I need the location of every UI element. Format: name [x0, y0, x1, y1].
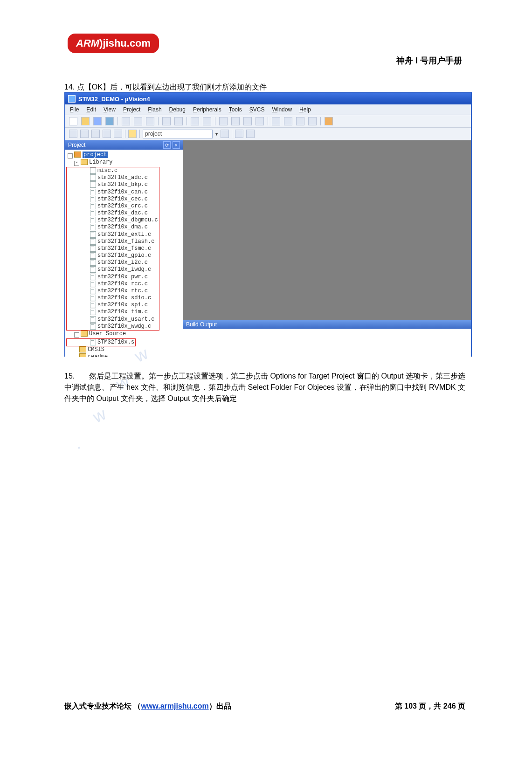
- folder-library[interactable]: Library: [89, 159, 112, 165]
- tree-file[interactable]: stm32f10x_dma.c: [97, 224, 148, 231]
- download-icon[interactable]: [128, 130, 137, 138]
- undo-icon[interactable]: [162, 117, 171, 125]
- tree-file[interactable]: STM32F10x.s: [97, 339, 134, 345]
- tree-file[interactable]: stm32f10x_tim.c: [97, 309, 148, 316]
- nav-back-icon[interactable]: [191, 117, 199, 125]
- window-title: STM32_DEMO - μVision4: [78, 96, 150, 103]
- tree-file[interactable]: stm32f10x_fsmc.c: [97, 245, 151, 252]
- tree-file[interactable]: stm32f10x_pwr.c: [97, 274, 148, 280]
- find-icon[interactable]: [325, 117, 333, 125]
- tree-file[interactable]: stm32f10x_dac.c: [97, 210, 148, 216]
- manage-icon[interactable]: [235, 130, 243, 138]
- outdent-icon[interactable]: [284, 117, 292, 125]
- comment-icon[interactable]: [296, 117, 304, 125]
- project-panel-header[interactable]: Project ⟳ ×: [65, 140, 183, 150]
- tree-root[interactable]: project: [83, 152, 108, 158]
- menu-svcs[interactable]: SVCS: [249, 106, 265, 113]
- tree-file[interactable]: stm32f10x_rcc.c: [97, 281, 148, 287]
- project-panel: Project ⟳ × -project -Library misc.c stm…: [65, 140, 183, 357]
- options-icon[interactable]: [221, 130, 229, 138]
- tree-file[interactable]: stm32f10x_adc.c: [97, 174, 148, 181]
- c-file-icon: [90, 224, 96, 230]
- menu-flash[interactable]: Flash: [148, 106, 161, 113]
- panel-close-icon[interactable]: ×: [173, 141, 180, 149]
- expander-icon[interactable]: -: [74, 161, 79, 166]
- tree-file[interactable]: stm32f10x_wwdg.c: [97, 323, 151, 330]
- site-logo: ARM)jishu.com: [68, 34, 159, 53]
- expander-icon[interactable]: -: [74, 332, 79, 338]
- save-all-icon[interactable]: [105, 117, 114, 125]
- project-tree[interactable]: -project -Library misc.c stm32f10x_adc.c…: [65, 150, 183, 357]
- expander-icon[interactable]: -: [68, 153, 73, 158]
- nav-fwd-icon[interactable]: [203, 117, 211, 125]
- save-icon[interactable]: [93, 117, 102, 125]
- batch-build-icon[interactable]: [103, 130, 111, 138]
- uncomment-icon[interactable]: [308, 117, 317, 125]
- tree-file[interactable]: stm32f10x_spi.c: [97, 302, 148, 308]
- paste-icon[interactable]: [146, 117, 154, 125]
- c-file-icon: [90, 196, 96, 202]
- bookmark-clear-icon[interactable]: [256, 117, 264, 125]
- tree-file[interactable]: stm32f10x_usart.c: [97, 316, 154, 323]
- books-icon[interactable]: [246, 130, 255, 138]
- tree-file[interactable]: stm32f10x_sdio.c: [97, 295, 151, 301]
- tree-file[interactable]: stm32f10x_exti.c: [97, 231, 151, 238]
- menu-tools[interactable]: Tools: [229, 106, 242, 113]
- build-output-header[interactable]: Build Output: [183, 320, 471, 329]
- menu-help[interactable]: Help: [299, 106, 311, 113]
- menu-peripherals[interactable]: Peripherals: [193, 106, 221, 113]
- open-icon[interactable]: [81, 117, 90, 125]
- bookmark-prev-icon[interactable]: [231, 117, 240, 125]
- bookmark-icon[interactable]: [219, 117, 228, 125]
- dropdown-icon[interactable]: ▾: [215, 131, 218, 137]
- watermark: w: [90, 404, 110, 427]
- translate-icon[interactable]: [69, 130, 77, 138]
- c-file-icon: [90, 189, 96, 195]
- folder-user-source[interactable]: User Source: [89, 331, 126, 337]
- menu-window[interactable]: Window: [272, 106, 292, 113]
- new-icon[interactable]: [69, 117, 77, 125]
- tree-file[interactable]: stm32f10x_gpio.c: [97, 252, 151, 259]
- menu-debug[interactable]: Debug: [169, 106, 186, 113]
- tree-file[interactable]: stm32f10x_flash.c: [97, 238, 154, 245]
- cut-icon[interactable]: [122, 117, 130, 125]
- tree-file[interactable]: stm32f10x_crc.c: [97, 203, 148, 209]
- menu-edit[interactable]: Edit: [86, 106, 96, 113]
- c-file-icon: [90, 281, 96, 287]
- menu-project[interactable]: Project: [123, 106, 140, 113]
- tree-file[interactable]: stm32f10x_cec.c: [97, 196, 148, 202]
- redo-icon[interactable]: [174, 117, 183, 125]
- tree-file[interactable]: stm32f10x_can.c: [97, 189, 148, 195]
- tree-file[interactable]: stm32f10x_iwdg.c: [97, 267, 151, 273]
- build-icon[interactable]: [80, 130, 89, 138]
- tree-file[interactable]: stm32f10x_dbgmcu.c: [97, 217, 158, 223]
- tree-file[interactable]: misc.c: [97, 167, 117, 174]
- footer-link[interactable]: www.armjishu.com: [141, 702, 208, 710]
- indent-icon[interactable]: [272, 117, 280, 125]
- folder-cmsis[interactable]: CMSIS: [88, 346, 104, 353]
- tree-file[interactable]: stm32f10x_bkp.c: [97, 182, 148, 188]
- c-file-icon: [90, 323, 96, 330]
- copy-icon[interactable]: [134, 117, 142, 125]
- panel-pin-icon[interactable]: ⟳: [163, 141, 171, 149]
- bookmark-next-icon[interactable]: [243, 117, 252, 125]
- c-file-icon: [90, 203, 96, 209]
- folder-readme[interactable]: readme: [88, 353, 108, 357]
- build-output-body[interactable]: [183, 329, 471, 357]
- target-select[interactable]: [143, 130, 213, 138]
- ide-window: STM32_DEMO - μVision4 File Edit View Pro…: [64, 92, 472, 357]
- c-file-icon: [90, 309, 96, 315]
- c-file-icon: [90, 167, 96, 174]
- toolbar-build: ▾: [65, 128, 471, 140]
- menu-view[interactable]: View: [104, 106, 116, 113]
- window-titlebar[interactable]: STM32_DEMO - μVision4: [65, 93, 471, 104]
- stop-build-icon[interactable]: [114, 130, 122, 138]
- tree-file[interactable]: stm32f10x_rtc.c: [97, 288, 148, 294]
- menu-file[interactable]: File: [70, 106, 79, 113]
- rebuild-icon[interactable]: [91, 130, 100, 138]
- c-file-icon: [90, 210, 96, 216]
- tree-file[interactable]: stm32f10x_i2c.c: [97, 259, 148, 266]
- doc-title: 神舟 I 号用户手册: [396, 55, 462, 66]
- editor-area[interactable]: [183, 140, 471, 320]
- step-15: 15. 然后是工程设置。第一步点工程设置选项，第二步点击 Options for…: [64, 371, 465, 404]
